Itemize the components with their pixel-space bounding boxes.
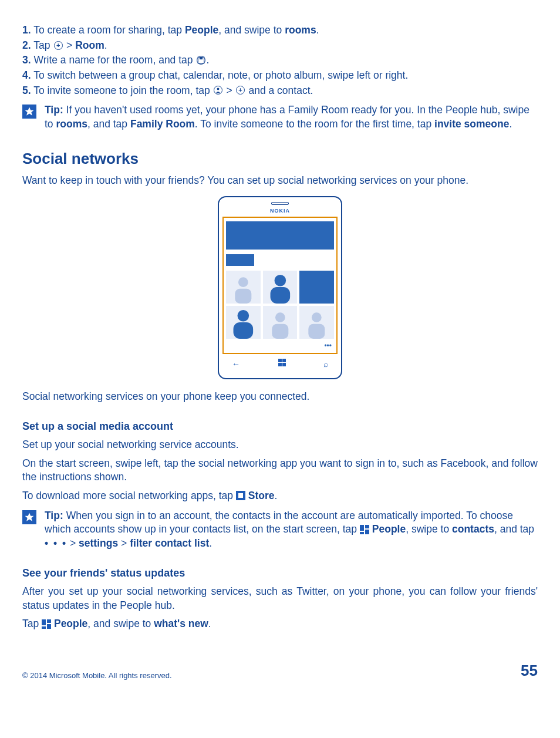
store-icon bbox=[236, 491, 245, 500]
contact-tile bbox=[263, 271, 298, 304]
phone-brand: NOKIA bbox=[222, 207, 338, 214]
svg-rect-7 bbox=[270, 287, 290, 304]
svg-marker-3 bbox=[25, 107, 34, 116]
tip-text: Tip: When you sign in to an account, the… bbox=[45, 509, 538, 551]
page-number: 55 bbox=[521, 661, 538, 681]
after-image-paragraph: Social networking services on your phone… bbox=[22, 390, 538, 404]
svg-point-8 bbox=[238, 310, 249, 322]
phone-navbar: ← ⌕ bbox=[222, 354, 338, 370]
tip-text: Tip: If you haven't used rooms yet, your… bbox=[45, 103, 538, 131]
step-3: 3. Write a name for the room, and tap . bbox=[22, 53, 538, 68]
paragraph: Set up your social networking service ac… bbox=[22, 438, 538, 452]
save-circle-icon bbox=[195, 55, 206, 66]
plus-circle-icon: + bbox=[235, 85, 246, 96]
phone-screen: ••• bbox=[222, 217, 338, 354]
contact-tile bbox=[299, 306, 334, 339]
svg-rect-13 bbox=[309, 324, 325, 339]
copyright: © 2014 Microsoft Mobile. All rights rese… bbox=[22, 670, 172, 681]
step-2: 2. Tap + > Room. bbox=[22, 39, 538, 53]
svg-marker-14 bbox=[25, 513, 34, 521]
paragraph: To download more social networking apps,… bbox=[22, 489, 538, 503]
back-icon: ← bbox=[232, 359, 240, 370]
svg-point-4 bbox=[238, 277, 248, 287]
ellipsis-icon: • • • bbox=[45, 537, 67, 549]
step-number: 3. bbox=[22, 54, 31, 66]
more-icon: ••• bbox=[224, 341, 336, 353]
contact-tile bbox=[263, 306, 298, 339]
people-tile-icon bbox=[42, 619, 51, 629]
svg-point-6 bbox=[274, 275, 286, 287]
steps-list: 1. To create a room for sharing, tap Peo… bbox=[22, 23, 538, 97]
windows-icon bbox=[278, 359, 286, 370]
invite-circle-icon bbox=[213, 85, 224, 96]
people-tile-icon bbox=[360, 525, 369, 534]
svg-rect-9 bbox=[234, 322, 254, 339]
footer: © 2014 Microsoft Mobile. All rights rese… bbox=[22, 661, 538, 681]
svg-rect-5 bbox=[235, 289, 251, 304]
svg-point-2 bbox=[217, 88, 220, 90]
step-1: 1. To create a room for sharing, tap Peo… bbox=[22, 23, 538, 38]
intro-paragraph: Want to keep in touch with your friends?… bbox=[22, 174, 538, 188]
step-5: 5. To invite someone to join the room, t… bbox=[22, 84, 538, 98]
contact-tile bbox=[226, 306, 261, 339]
star-icon bbox=[22, 105, 36, 119]
svg-point-12 bbox=[312, 312, 322, 322]
step-4: 4. To switch between a group chat, calen… bbox=[22, 69, 538, 83]
subsection-heading: Set up a social media account bbox=[22, 419, 538, 433]
svg-rect-1 bbox=[200, 57, 203, 59]
star-icon bbox=[22, 510, 36, 524]
svg-point-10 bbox=[275, 312, 285, 322]
paragraph: After you set up your social networking … bbox=[22, 585, 538, 612]
tip-row-2: Tip: When you sign in to an account, the… bbox=[22, 509, 538, 551]
paragraph: On the start screen, swipe left, tap the… bbox=[22, 457, 538, 484]
svg-rect-11 bbox=[272, 324, 288, 339]
subsection-heading: See your friends' status updates bbox=[22, 566, 538, 580]
section-heading: Social networks bbox=[22, 149, 538, 169]
paragraph: Tap People, and swipe to what's new. bbox=[22, 617, 538, 631]
contact-tile bbox=[226, 271, 261, 304]
tip-row-1: Tip: If you haven't used rooms yet, your… bbox=[22, 103, 538, 131]
step-number: 2. bbox=[22, 39, 31, 51]
step-number: 4. bbox=[22, 69, 31, 81]
plus-circle-icon: + bbox=[53, 40, 63, 50]
phone-illustration: NOKIA ••• ← ⌕ bbox=[22, 196, 538, 379]
step-number: 1. bbox=[22, 24, 31, 36]
search-icon: ⌕ bbox=[323, 359, 328, 370]
step-number: 5. bbox=[22, 85, 31, 96]
contact-tile bbox=[299, 271, 334, 304]
earpiece-icon bbox=[271, 202, 289, 205]
